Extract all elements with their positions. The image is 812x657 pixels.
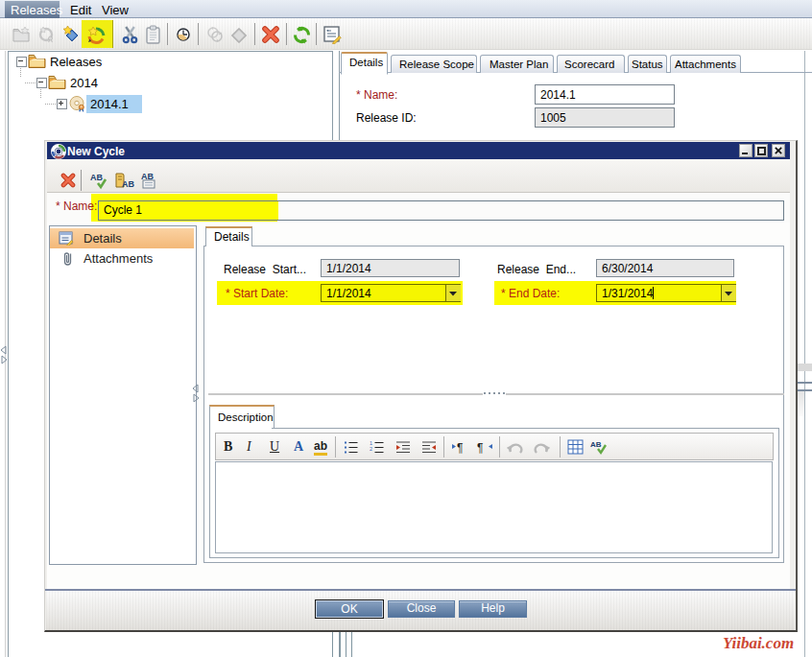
svg-text:2: 2 xyxy=(370,446,372,452)
svg-text:AB: AB xyxy=(590,440,602,449)
svg-text:AB: AB xyxy=(122,179,134,189)
svg-text:¶: ¶ xyxy=(457,441,463,455)
svg-text:AB: AB xyxy=(90,173,103,182)
svg-text:¶: ¶ xyxy=(477,441,483,455)
